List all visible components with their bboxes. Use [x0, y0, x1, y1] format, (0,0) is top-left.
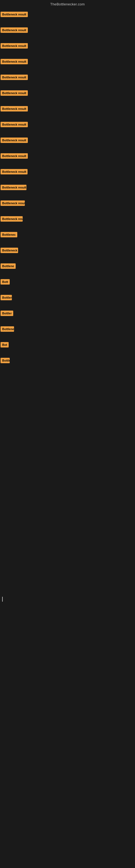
- bottleneck-badge-22[interactable]: Bot: [1, 342, 9, 347]
- bottleneck-badge-16[interactable]: Bottleneck r: [1, 248, 18, 253]
- bottleneck-badge-10[interactable]: Bottleneck result: [1, 153, 28, 159]
- bottleneck-item-10: Bottleneck result: [1, 152, 135, 160]
- bottleneck-badge-18[interactable]: Bott: [1, 279, 10, 284]
- site-header: TheBottlenecker.com: [0, 0, 135, 7]
- bottleneck-badge-21[interactable]: Bottleneck: [1, 326, 14, 332]
- bottleneck-badge-20[interactable]: Bottler: [1, 311, 13, 316]
- bottleneck-item-22: Bot: [1, 341, 135, 348]
- bottleneck-badge-14[interactable]: Bottleneck res: [1, 216, 23, 222]
- bottleneck-badge-17[interactable]: Bottlene: [1, 264, 16, 269]
- bottleneck-badge-13[interactable]: Bottleneck result: [1, 200, 25, 206]
- items-container: Bottleneck resultBottleneck resultBottle…: [0, 7, 135, 365]
- bottleneck-item-7: Bottleneck result: [1, 105, 135, 113]
- bottleneck-item-8: Bottleneck result: [1, 121, 135, 128]
- bottleneck-badge-15[interactable]: Bottlenec: [1, 232, 17, 237]
- bottleneck-item-12: Bottleneck result: [1, 184, 135, 191]
- bottleneck-item-3: Bottleneck result: [1, 42, 135, 50]
- bottleneck-item-16: Bottleneck r: [1, 247, 135, 254]
- bottleneck-item-21: Bottleneck: [1, 325, 135, 333]
- bottleneck-item-14: Bottleneck res: [1, 215, 135, 223]
- cursor-line: [2, 597, 3, 601]
- bottleneck-badge-11[interactable]: Bottleneck result: [1, 169, 28, 175]
- bottleneck-item-17: Bottlene: [1, 262, 135, 270]
- bottleneck-item-2: Bottleneck result: [1, 26, 135, 34]
- bottleneck-item-13: Bottleneck result: [1, 199, 135, 207]
- bottleneck-badge-9[interactable]: Bottleneck result: [1, 137, 28, 143]
- bottleneck-item-1: Bottleneck result: [1, 10, 135, 18]
- bottleneck-badge-6[interactable]: Bottleneck result: [1, 90, 28, 96]
- bottleneck-badge-2[interactable]: Bottleneck result: [1, 27, 28, 33]
- bottleneck-badge-5[interactable]: Bottleneck result: [1, 74, 28, 80]
- bottleneck-badge-4[interactable]: Bottleneck result: [1, 59, 28, 64]
- bottleneck-item-23: Bottlene: [1, 357, 135, 364]
- bottleneck-item-20: Bottler: [1, 310, 135, 317]
- bottleneck-item-4: Bottleneck result: [1, 58, 135, 65]
- bottleneck-badge-8[interactable]: Bottleneck result: [1, 122, 28, 127]
- bottleneck-item-18: Bott: [1, 278, 135, 286]
- bottleneck-badge-23[interactable]: Bottlene: [1, 358, 10, 363]
- bottleneck-badge-7[interactable]: Bottleneck result: [1, 106, 28, 112]
- bottleneck-item-5: Bottleneck result: [1, 73, 135, 81]
- bottleneck-badge-1[interactable]: Bottleneck result: [1, 12, 28, 17]
- site-title: TheBottlenecker.com: [50, 2, 85, 6]
- bottleneck-item-9: Bottleneck result: [1, 136, 135, 144]
- bottleneck-item-6: Bottleneck result: [1, 89, 135, 97]
- bottleneck-badge-19[interactable]: Bottlene: [1, 295, 12, 300]
- bottleneck-badge-12[interactable]: Bottleneck result: [1, 185, 27, 190]
- bottleneck-item-11: Bottleneck result: [1, 168, 135, 176]
- bottleneck-badge-3[interactable]: Bottleneck result: [1, 43, 28, 49]
- bottleneck-item-15: Bottlenec: [1, 231, 135, 239]
- bottleneck-item-19: Bottlene: [1, 294, 135, 301]
